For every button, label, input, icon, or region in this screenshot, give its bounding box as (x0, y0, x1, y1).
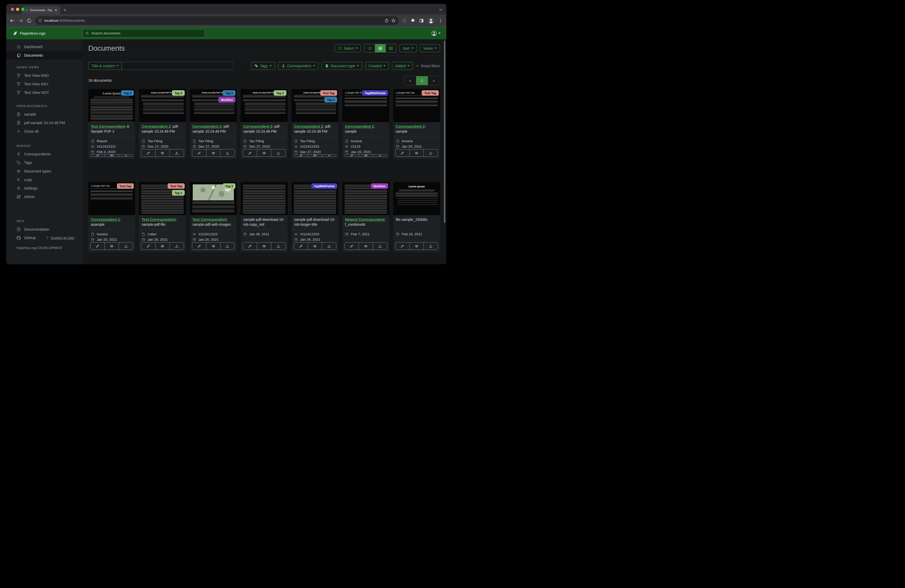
tag-badge[interactable]: Test Tag (117, 183, 134, 189)
document-thumbnail[interactable]: A Simple PDF FileTest Tag (88, 182, 135, 215)
filter-created-button[interactable]: Created (365, 62, 389, 70)
document-thumbnail[interactable]: A Simple PDF FileTest Tag (393, 89, 440, 122)
edit-document-button[interactable] (90, 155, 105, 157)
correspondent-link[interactable]: Correspondent 2 (141, 124, 170, 128)
download-document-button[interactable] (220, 149, 234, 157)
tag-badge[interactable]: TagWithPartial (362, 90, 388, 96)
sidebar-item-documents[interactable]: Documents (6, 51, 83, 59)
sidebar-item-test-view-any[interactable]: Test View ANY (6, 80, 83, 88)
share-icon[interactable] (384, 18, 389, 23)
browser-menu-kebab-icon[interactable] (438, 18, 443, 23)
sidebar-item-dashboard[interactable]: Dashboard (6, 43, 83, 51)
pagination-next-button[interactable]: » (428, 76, 440, 85)
edit-document-button[interactable] (395, 149, 410, 157)
tag-badge[interactable]: Tag 3 (223, 183, 235, 189)
tab-search-chevron-icon[interactable] (438, 8, 443, 12)
download-document-button[interactable] (170, 149, 184, 157)
correspondent-link[interactable]: Correspondent 2 (192, 124, 221, 128)
document-title[interactable]: Test Correspondent: A Sample PDF 2 (88, 122, 135, 137)
tag-badge[interactable]: Tag 2 (223, 90, 235, 96)
document-thumbnail[interactable]: A Simple PDF FileTagWithPartial (342, 89, 389, 122)
document-title[interactable]: Correspondent 2: pdf-sample 10.24.48 PM (292, 122, 338, 137)
document-thumbnail[interactable]: Adobe Acrobat PDF FilesTag 3 (241, 89, 287, 122)
preview-document-button[interactable] (105, 155, 119, 157)
edit-document-button[interactable] (243, 242, 257, 249)
site-info-icon[interactable] (38, 19, 42, 22)
document-thumbnail[interactable]: Lorem IpsumTag 2 (88, 89, 135, 122)
detail-view-button[interactable] (386, 44, 396, 52)
preview-document-button[interactable] (257, 242, 271, 249)
correspondent-link[interactable]: Test Correspondent (91, 124, 125, 128)
tab-close-icon[interactable] (54, 8, 58, 12)
tag-badge[interactable]: NewOne (218, 97, 235, 102)
filter-field-button[interactable]: Title & content (88, 62, 122, 70)
correspondent-link[interactable]: Correspondent 2 (396, 124, 425, 128)
edit-document-button[interactable] (141, 149, 155, 157)
pagination-prev-button[interactable]: « (404, 76, 416, 85)
preview-document-button[interactable] (409, 242, 424, 249)
preview-document-button[interactable] (409, 149, 424, 157)
tag-badge[interactable]: TagWithPartial (311, 183, 337, 189)
preview-document-button[interactable] (359, 242, 373, 249)
close-window-button[interactable] (11, 8, 14, 11)
sidebar-item-close-all[interactable]: Close all (6, 127, 83, 135)
document-title[interactable]: Correspondent 2: pdf-sample 10.24.48 PM (241, 122, 287, 137)
sidebar-item-document-types[interactable]: Document types (6, 167, 83, 175)
filter-correspondent-button[interactable]: Correspondent (278, 62, 319, 70)
document-thumbnail[interactable]: Adobe Acrobat PDF FilesTag 2NewOne (190, 89, 237, 122)
tag-badge[interactable]: Tag 2 (121, 90, 134, 96)
document-title[interactable]: sample-pdf-download-10-mb-longer-title (292, 215, 338, 230)
search-input[interactable] (91, 31, 202, 35)
edit-document-button[interactable] (192, 149, 206, 157)
app-brand[interactable]: Paperless-ngx (6, 31, 83, 36)
document-thumbnail[interactable]: Tag 3 (190, 182, 237, 215)
tag-badge[interactable]: Tag 2 (324, 97, 337, 102)
edit-document-button[interactable] (243, 149, 257, 157)
document-thumbnail[interactable]: Adobe Acrobat PDF FilesTest TagTag 2 (292, 89, 338, 122)
correspondent-link[interactable]: Test Correspondent (141, 217, 176, 222)
edit-document-button[interactable] (90, 242, 105, 249)
document-thumbnail[interactable]: TagWithPartial (292, 182, 338, 215)
user-menu[interactable] (431, 30, 446, 36)
preview-document-button[interactable] (359, 155, 373, 157)
download-document-button[interactable] (119, 242, 133, 249)
document-title[interactable]: Correspondent 2: pdf-sample 10.24.48 PM (139, 122, 186, 137)
address-bar[interactable]: localhost:4200/documents (35, 16, 399, 25)
preview-document-button[interactable] (206, 149, 221, 157)
download-document-button[interactable] (220, 242, 234, 249)
tag-badge[interactable]: Test Tag (168, 183, 185, 189)
sidebar-item-correspondents[interactable]: Correspondents (6, 150, 83, 158)
browser-tab[interactable]: Documents - Paperless-ngx (22, 6, 60, 14)
filter-added-button[interactable]: Added (392, 62, 413, 70)
correspondent-link[interactable]: Newest Correspondent (345, 217, 384, 222)
browser-profile-avatar[interactable] (428, 17, 434, 24)
tag-badge[interactable]: Tag 3 (172, 90, 185, 96)
edit-document-button[interactable] (192, 242, 206, 249)
correspondent-link[interactable]: Correspondent 2 (294, 124, 323, 128)
document-title[interactable]: Correspondent 2: sample (342, 122, 389, 137)
forward-icon[interactable] (18, 18, 23, 23)
sidebar-item-sample[interactable]: sample (6, 110, 83, 119)
preview-document-button[interactable] (308, 155, 322, 157)
document-title[interactable]: sample-pdf-download-10-mb copy_red (241, 215, 287, 230)
filter-document-type-button[interactable]: Document type (322, 62, 362, 70)
bookmark-star-icon[interactable] (391, 18, 395, 23)
sidebar-item-logs[interactable]: Logs (6, 175, 83, 184)
pagination-page-1[interactable]: 1 (416, 76, 428, 85)
document-thumbnail[interactable]: Test TagTag 3 (139, 182, 186, 215)
edit-document-button[interactable] (395, 242, 410, 249)
back-icon[interactable] (10, 18, 15, 23)
coin-badge-icon[interactable] (402, 18, 407, 23)
download-document-button[interactable] (170, 242, 184, 249)
sidebar-item-github[interactable]: GitHubSuggest an idea (6, 233, 83, 242)
sidebar-item-tags[interactable]: Tags (6, 158, 83, 167)
download-document-button[interactable] (119, 155, 133, 157)
correspondent-link[interactable]: Test Correspondent (192, 217, 227, 222)
sidebar-item-settings[interactable]: Settings (6, 184, 83, 192)
grid-view-button[interactable] (375, 44, 386, 52)
document-title[interactable]: Correspondent 2: sample (393, 122, 440, 137)
document-thumbnail[interactable] (241, 182, 287, 215)
title-content-input[interactable] (122, 62, 233, 70)
scrollbar-thumb[interactable] (444, 41, 445, 223)
sidebar-item-documentation[interactable]: Documentation (6, 225, 83, 233)
